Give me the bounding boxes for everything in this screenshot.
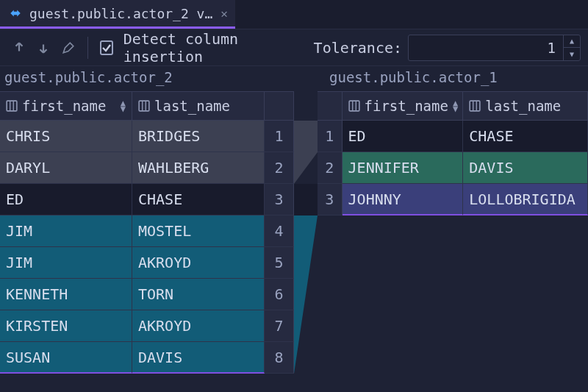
cell-first-name[interactable]: JENNIFER [343, 152, 464, 184]
row-number[interactable]: 4 [265, 215, 294, 247]
tolerance-down[interactable]: ▼ [564, 47, 580, 60]
table-row[interactable]: 2JENNIFERDAVIS [318, 152, 588, 184]
svg-marker-6 [294, 121, 318, 152]
cell-first-name[interactable]: ED [0, 184, 132, 215]
right-table: first_name ▲▼ last_name 1EDCHASE2JENNIFE… [318, 91, 588, 392]
cell-last-name[interactable]: CHASE [132, 184, 265, 215]
sort-icon: ▲▼ [453, 100, 458, 112]
left-table: first_name ▲▼ last_name CHRISBRIDGES1DAR… [0, 91, 294, 392]
table-row[interactable]: JIMAKROYD5 [0, 247, 294, 279]
cell-last-name[interactable]: BRIDGES [132, 121, 265, 152]
cell-last-name[interactable]: LOLLOBRIGIDA [463, 184, 588, 215]
separator [87, 37, 88, 59]
cell-last-name[interactable]: TORN [132, 279, 265, 310]
svg-rect-3 [139, 101, 149, 111]
table-row[interactable]: DARYLWAHLBERG2 [0, 152, 294, 184]
table-row[interactable]: EDCHASE3 [0, 184, 294, 215]
right-title: guest.public.actor_1 [329, 69, 498, 85]
table-row[interactable]: 1EDCHASE [318, 121, 588, 152]
diff-gap [294, 91, 318, 392]
table-row[interactable]: SUSANDAVIS8 [0, 342, 294, 374]
svg-rect-13 [470, 101, 480, 111]
cell-first-name[interactable]: JIM [0, 247, 132, 279]
svg-rect-10 [349, 101, 359, 111]
cell-last-name[interactable]: MOSTEL [132, 215, 265, 247]
cell-first-name[interactable]: SUSAN [0, 342, 132, 374]
edit-button[interactable] [61, 38, 76, 57]
left-rownum-header [265, 92, 294, 120]
cell-first-name[interactable]: KIRSTEN [0, 310, 132, 342]
diff-icon [9, 7, 22, 20]
table-row[interactable]: CHRISBRIDGES1 [0, 121, 294, 152]
left-col-last-name[interactable]: last_name [132, 92, 265, 120]
table-row[interactable]: KIRSTENAKROYD7 [0, 310, 294, 342]
right-rownum-header [318, 92, 343, 120]
col-label: first_name [22, 98, 106, 114]
row-number[interactable]: 2 [318, 152, 343, 184]
toolbar: Detect column insertion Tolerance: ▲ ▼ [0, 29, 588, 66]
cell-first-name[interactable]: JOHNNY [343, 184, 464, 215]
row-number[interactable]: 1 [318, 121, 343, 152]
cell-last-name[interactable]: AKROYD [132, 310, 265, 342]
svg-marker-8 [294, 184, 318, 215]
table-row[interactable]: JIMMOSTEL4 [0, 215, 294, 247]
left-col-first-name[interactable]: first_name ▲▼ [0, 92, 132, 120]
row-number[interactable]: 5 [265, 247, 294, 279]
sort-icon: ▲▼ [121, 100, 126, 112]
table-row[interactable]: KENNETHTORN6 [0, 279, 294, 310]
tab-strip: guest.public.actor_2 vs gue... ✕ [0, 0, 588, 29]
cell-last-name[interactable]: WAHLBERG [132, 152, 265, 184]
right-col-last-name[interactable]: last_name [463, 92, 588, 120]
column-icon [469, 100, 481, 112]
row-number[interactable]: 7 [265, 310, 294, 342]
cell-first-name[interactable]: CHRIS [0, 121, 132, 152]
tab-diff[interactable]: guest.public.actor_2 vs gue... ✕ [0, 0, 235, 29]
tolerance-input[interactable] [409, 35, 563, 60]
tab-label: guest.public.actor_2 vs gue... [29, 6, 213, 21]
row-number[interactable]: 8 [265, 342, 294, 374]
next-diff-button[interactable] [37, 38, 51, 57]
cell-last-name[interactable]: DAVIS [463, 152, 588, 184]
close-icon[interactable]: ✕ [220, 7, 228, 21]
cell-first-name[interactable]: DARYL [0, 152, 132, 184]
svg-marker-7 [294, 152, 318, 184]
cell-first-name[interactable]: ED [343, 121, 464, 152]
column-icon [348, 100, 360, 112]
row-number[interactable]: 6 [265, 279, 294, 310]
left-title: guest.public.actor_2 [4, 69, 173, 85]
cell-last-name[interactable]: AKROYD [132, 247, 265, 279]
column-icon [138, 100, 150, 112]
col-label: last_name [485, 98, 561, 114]
cell-last-name[interactable]: CHASE [463, 121, 588, 152]
cell-first-name[interactable]: KENNETH [0, 279, 132, 310]
column-icon [6, 100, 18, 112]
cell-first-name[interactable]: JIM [0, 215, 132, 247]
col-label: last_name [154, 98, 230, 114]
right-col-first-name[interactable]: first_name ▲▼ [343, 92, 464, 120]
tolerance-label: Tolerance: [314, 39, 402, 57]
row-number[interactable]: 2 [265, 152, 294, 184]
svg-rect-0 [7, 101, 17, 111]
row-number[interactable]: 1 [265, 121, 294, 152]
col-label: first_name [365, 98, 448, 114]
tolerance-spinbox[interactable]: ▲ ▼ [408, 35, 581, 61]
svg-marker-9 [294, 215, 318, 374]
table-row[interactable]: 3JOHNNYLOLLOBRIGIDA [318, 184, 588, 215]
row-number[interactable]: 3 [318, 184, 343, 215]
detect-insertion-checkbox[interactable] [100, 40, 113, 55]
prev-diff-button[interactable] [12, 38, 26, 57]
cell-last-name[interactable]: DAVIS [132, 342, 265, 374]
row-number[interactable]: 3 [265, 184, 294, 215]
detect-insertion-label: Detect column insertion [123, 30, 277, 65]
tolerance-up[interactable]: ▲ [564, 35, 580, 48]
